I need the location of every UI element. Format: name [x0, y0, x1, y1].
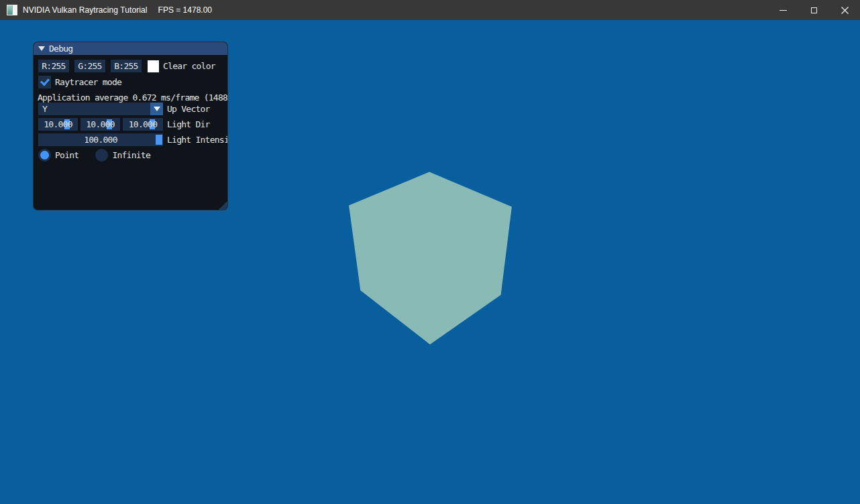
green-channel-button[interactable]: G:255: [74, 60, 105, 72]
light-type-row: Point Infinite: [34, 149, 227, 162]
debug-panel-header[interactable]: Debug: [34, 42, 227, 55]
up-vector-combo[interactable]: Y: [38, 103, 163, 115]
raytracer-mode-checkbox[interactable]: [38, 76, 51, 88]
maximize-icon: [811, 7, 817, 13]
minimize-icon: [780, 10, 787, 11]
debug-panel-title: Debug: [49, 44, 72, 54]
resize-grip[interactable]: [219, 201, 227, 210]
green-channel-value: G:255: [78, 61, 101, 71]
radio-point-label[interactable]: Point: [55, 150, 78, 160]
light-dir-row: 10.000 10.000 10.000 Light Dir: [34, 118, 227, 131]
radio-infinite[interactable]: [95, 149, 108, 162]
red-channel-value: R:255: [42, 61, 65, 71]
radio-point[interactable]: [38, 149, 51, 162]
light-dir-x-value: 10.000: [44, 119, 72, 129]
close-icon: [841, 7, 849, 14]
light-intensity-slider[interactable]: 100.000: [38, 133, 163, 146]
light-intensity-row: 100.000 Light Intensity: [34, 133, 227, 146]
radio-infinite-label[interactable]: Infinite: [112, 150, 150, 160]
window-controls: [767, 0, 860, 20]
clear-color-swatch[interactable]: [148, 60, 159, 72]
fps-counter: FPS = 1478.00: [158, 5, 212, 15]
light-intensity-value: 100.000: [84, 135, 117, 145]
clear-color-label: Clear color: [163, 61, 215, 71]
up-vector-row: Y Up Vector: [34, 103, 227, 115]
debug-panel: Debug R:255 G:255 B:255 Clear color Rayt…: [33, 42, 228, 210]
light-intensity-label: Light Intensity: [167, 135, 227, 145]
light-dir-label: Light Dir: [167, 119, 210, 129]
blue-channel-value: B:255: [114, 61, 138, 71]
minimize-button[interactable]: [767, 0, 798, 20]
collapse-arrow-icon[interactable]: [38, 46, 45, 51]
app-window: NVIDIA Vulkan Raytracing Tutorial FPS = …: [0, 0, 860, 504]
window-title: NVIDIA Vulkan Raytracing Tutorial: [23, 5, 148, 15]
perf-stats-value: Application average 0.672 ms/frame (1488: [38, 92, 227, 103]
close-button[interactable]: [829, 0, 860, 20]
raytracer-mode-label[interactable]: Raytracer mode: [55, 77, 121, 87]
clear-color-row: R:255 G:255 B:255 Clear color: [34, 60, 227, 72]
chevron-down-icon: [154, 107, 160, 111]
light-dir-y-slider[interactable]: 10.000: [80, 118, 120, 131]
slider-grab[interactable]: [156, 135, 162, 145]
raytracer-mode-row: Raytracer mode: [34, 76, 227, 88]
red-channel-button[interactable]: R:255: [38, 60, 69, 72]
up-vector-label: Up Vector: [167, 104, 210, 114]
light-dir-y-value: 10.000: [86, 119, 114, 129]
up-vector-value: Y: [38, 104, 47, 114]
radio-selected-dot: [40, 151, 49, 160]
blue-channel-button[interactable]: B:255: [111, 60, 142, 72]
light-dir-z-slider[interactable]: 10.000: [123, 118, 163, 131]
check-icon: [40, 76, 50, 86]
up-vector-dropdown-button[interactable]: [150, 103, 163, 115]
cube-mesh: [349, 172, 512, 344]
light-dir-x-slider[interactable]: 10.000: [38, 118, 78, 131]
light-dir-z-value: 10.000: [129, 119, 157, 129]
app-icon: [7, 5, 17, 15]
maximize-button[interactable]: [798, 0, 829, 20]
os-titlebar[interactable]: NVIDIA Vulkan Raytracing Tutorial FPS = …: [0, 0, 860, 20]
